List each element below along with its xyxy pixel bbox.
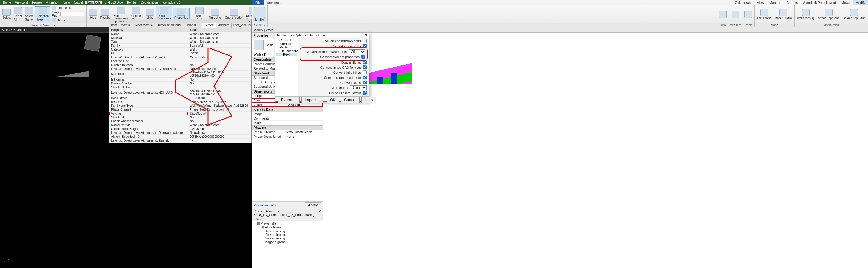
tree-item[interactable]: 3e verdieping [253, 236, 322, 240]
help-button[interactable]: Help [362, 97, 376, 103]
reset-profile-button[interactable]: Reset Profile [773, 8, 793, 20]
edit-profile-button[interactable]: Edit Profile [756, 8, 773, 20]
property-value[interactable] [284, 121, 323, 125]
option-checkbox[interactable] [363, 44, 367, 48]
option-combo[interactable]: All [349, 49, 365, 54]
nw-prop-tab[interactable]: Material [119, 23, 133, 28]
tree-views[interactable]: Views (all) [253, 221, 322, 226]
select-all-button[interactable]: Select All [12, 6, 23, 22]
property-row[interactable]: Phase DemolishedNone [252, 135, 323, 139]
export-button[interactable]: Export… [278, 97, 300, 103]
require-button[interactable]: Require [99, 8, 112, 20]
rv-menu-meyar[interactable]: Meyar [839, 0, 853, 5]
property-row[interactable]: StructuralNo [110, 115, 251, 119]
property-row[interactable]: Volume12.519 m³ [252, 102, 323, 107]
property-row[interactable]: Related to MassNo [110, 63, 251, 67]
property-value[interactable] [284, 112, 323, 116]
tree-floor-plans[interactable]: Floor Plans [253, 226, 322, 229]
option-checkbox[interactable] [363, 81, 367, 85]
nw-menu-review[interactable]: Review [30, 1, 44, 4]
option-checkbox[interactable] [363, 65, 367, 69]
property-row[interactable]: Base Offset-0.10000 m [110, 96, 251, 100]
property-row[interactable]: Volume12.51900 m³ [110, 112, 251, 115]
wall-opening-button[interactable]: Wall Opening [796, 8, 816, 20]
nw-prop-tab[interactable]: Element [202, 23, 217, 28]
property-row[interactable]: Unconnected Height2.82000 m [110, 127, 251, 131]
view-button[interactable] [718, 10, 728, 19]
col-value[interactable]: Value [188, 28, 251, 32]
nw-menu-animation[interactable]: Animation [44, 1, 61, 4]
nw-prop-tab[interactable]: Autodesk Material [155, 23, 183, 28]
options-tree-node[interactable]: Interface [276, 42, 297, 46]
nw-prop-tab[interactable]: Revit Material [133, 23, 155, 28]
select-same-button[interactable]: Select Same [24, 6, 34, 22]
properties-button[interactable]: Properties [173, 8, 190, 20]
project-browser-tree[interactable]: Views (all) Floor Plans 1e verdieping2e … [252, 221, 323, 244]
property-value[interactable]: New Construction [284, 130, 323, 134]
property-row[interactable]: Top is AttachedNo [110, 143, 251, 143]
import-button[interactable]: Import… [302, 97, 323, 103]
nw-menu-viewpoint[interactable]: Viewpoint [13, 1, 30, 4]
tree-item[interactable]: begane grond [253, 240, 322, 244]
apply-button[interactable]: Apply [305, 202, 321, 208]
rv-menu-collab[interactable]: Collaborate [732, 0, 754, 5]
timeliner-button[interactable]: TimeLiner [208, 8, 223, 20]
property-row[interactable]: Layer #1 Object Layer Attributes #1 Eenh… [110, 139, 251, 143]
nw-menu-bim360[interactable]: BIM 360 Glue [103, 1, 125, 4]
rv-menu-arch[interactable]: Architect… [264, 0, 286, 5]
tree-item[interactable]: 2e verdieping [253, 233, 322, 236]
file-menu[interactable]: File [252, 0, 264, 5]
property-row[interactable]: TypeWand - Kalkzandsteen [110, 40, 251, 44]
attach-button[interactable]: Attach Top/Base [816, 8, 841, 20]
property-row[interactable]: IsExternalNo [110, 78, 251, 82]
property-value[interactable] [284, 116, 323, 120]
property-row[interactable]: Phase CreatedNew Construction [252, 130, 323, 135]
nw-menu-view[interactable]: View [62, 1, 72, 4]
nw-menu-addins[interactable]: Tool add-ins 1 [160, 1, 182, 4]
rv-menu-addins[interactable]: Add-Ins [784, 0, 801, 5]
property-row[interactable]: Image [252, 112, 323, 116]
ok-button[interactable]: OK [327, 97, 339, 103]
options-tree-node[interactable]: Revit [276, 53, 297, 56]
rv-3d-view[interactable] [323, 39, 868, 268]
property-row[interactable]: Layer #1 Object Layer Attributes #1 Reno… [110, 131, 251, 135]
property-row[interactable]: Enable Analytical ModelNo [110, 119, 251, 123]
rv-menu-apl[interactable]: Autodesk Point Layout [801, 0, 839, 5]
option-checkbox[interactable] [363, 70, 367, 75]
option-checkbox[interactable] [363, 60, 367, 64]
property-row[interactable]: Base is AttachedNo [110, 82, 251, 85]
option-combo[interactable]: Shared [350, 85, 367, 90]
nw-properties-grid[interactable]: Property Value NameWand - KalkzandsteenM… [110, 28, 251, 143]
select-button[interactable]: Select [1, 8, 12, 20]
property-row[interactable]: Layer #1 Object Layer Attributes #1 Werk… [110, 55, 251, 59]
close-icon[interactable]: ✕ [248, 20, 250, 23]
options-tree-node[interactable]: File Readers [276, 49, 297, 53]
nw-menu-item-tools[interactable]: Item Tools [85, 1, 102, 4]
nw-prop-tab[interactable]: Attribute [216, 23, 231, 28]
select-search-dropdown[interactable]: Select & Search [2, 28, 26, 32]
properties-help-link[interactable]: Properties help [254, 204, 276, 207]
detach-button[interactable]: Detach Top/Base [841, 8, 867, 20]
property-row[interactable]: NameWand - Kalkzandsteen [110, 32, 251, 36]
property-row[interactable]: Phase CreatedPhase "New Construction", #… [110, 108, 251, 112]
property-row[interactable]: IfcGUID0LAVXl2rvHB0wNpiYy9f5qO [110, 100, 251, 104]
nw-menu-coord[interactable]: Coordination [139, 1, 160, 4]
rv-menu-view[interactable]: View [754, 0, 767, 5]
create-button[interactable] [743, 10, 753, 19]
nw-menu-home[interactable]: Home [1, 1, 13, 4]
option-checkbox[interactable] [363, 91, 367, 95]
property-row[interactable]: Location Line0 [110, 59, 251, 63]
property-value[interactable]: None [284, 135, 323, 139]
property-row[interactable]: MaterialWand - Kalkzandsteen [110, 36, 251, 40]
option-checkbox[interactable] [363, 39, 367, 43]
view-cube[interactable] [84, 34, 101, 52]
property-row[interactable]: CategoryWalls [110, 48, 251, 52]
option-checkbox[interactable] [363, 76, 367, 80]
quantification-button[interactable]: Quantification [223, 8, 244, 20]
property-row[interactable]: Layer #1 Object Layer Attributes #1 Omsc… [110, 67, 251, 71]
nw-prop-tab[interactable]: Pset_WallCommon [231, 23, 251, 28]
property-value[interactable]: 12.519 m³ [284, 102, 323, 107]
find-items-button[interactable]: Find Items [51, 5, 85, 10]
rv-menu-manage[interactable]: Manage [767, 0, 784, 5]
measure-button[interactable] [731, 10, 741, 19]
